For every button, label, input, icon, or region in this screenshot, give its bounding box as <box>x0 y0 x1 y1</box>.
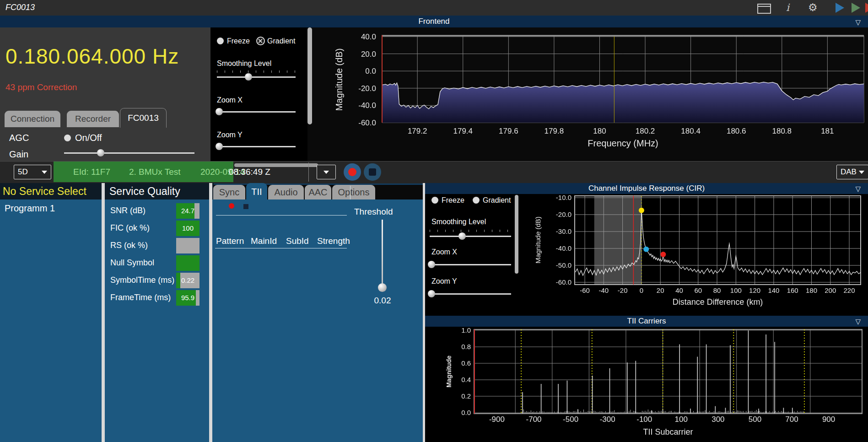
tii-square-icon[interactable] <box>243 204 248 209</box>
frontend-header-title: Frontend <box>418 17 449 26</box>
agc-onoff-label: On/Off <box>75 133 102 143</box>
cir-smoothing-slider[interactable] <box>430 232 511 240</box>
cir-zoomy-label: Zoom Y <box>431 277 457 286</box>
frontend-spectrum-plot <box>316 27 868 161</box>
rs-bar <box>176 238 199 253</box>
cir-zoomx-slider[interactable] <box>430 261 511 268</box>
cir-header-title: Channel Impulse Response (CIR) <box>588 184 705 193</box>
frontend-vertical-scrollbar[interactable] <box>307 27 312 124</box>
expert-view-icon[interactable] <box>757 4 771 14</box>
gain-slider[interactable] <box>64 149 194 156</box>
tab-options[interactable]: Options <box>332 185 375 199</box>
agc-radio[interactable] <box>64 135 71 141</box>
gain-label: Gain <box>9 149 28 160</box>
freeze-radio[interactable] <box>217 38 224 44</box>
info-icon[interactable]: i <box>786 2 789 13</box>
record-options-dropdown[interactable] <box>317 165 336 179</box>
chevron-down-icon <box>42 171 47 174</box>
ensemble-name-label: 2. BMUx Test <box>129 167 181 177</box>
channel-select[interactable]: 5D <box>14 165 51 179</box>
frontend-section-header: Frontend ▽ <box>0 16 868 27</box>
tii-carriers-plot <box>425 327 868 442</box>
panel-divider[interactable] <box>209 183 212 442</box>
frontend-panel: 0.180.064.000 Hz 43 ppm Correction Conne… <box>0 27 210 161</box>
column-header-rule <box>215 248 347 248</box>
stop-red-icon[interactable] <box>865 3 868 13</box>
panel-divider[interactable] <box>102 183 105 442</box>
freeze-label: Freeze <box>227 37 250 45</box>
window-title: FC0013 <box>5 3 35 12</box>
application-window: FC0013 i ⚙ Frontend ▽ 0.180.064.000 Hz 4… <box>0 0 868 442</box>
cir-gradient-radio[interactable] <box>473 197 480 204</box>
threshold-separator-line <box>350 186 350 199</box>
column-header-subid: SubId <box>286 236 309 246</box>
cir-vertical-scrollbar[interactable] <box>515 195 518 274</box>
threshold-slider-handle[interactable] <box>378 283 387 292</box>
zoomx-slider[interactable] <box>217 108 296 115</box>
tab-sync[interactable]: Sync <box>213 185 245 199</box>
threshold-value: 0.02 <box>370 296 395 306</box>
record-button[interactable] <box>344 163 361 181</box>
cir-plot <box>527 194 868 316</box>
frontend-plot-controls: Freeze Gradient Smoothing Level Zoom X Z… <box>210 27 307 161</box>
ensemble-id-label: EId: 11F7 <box>73 167 110 177</box>
service-list-header: No Service Select <box>0 183 104 199</box>
chevron-down-icon <box>859 171 864 174</box>
agc-label: AGC <box>9 133 29 143</box>
list-item-service[interactable]: Programm 1 <box>5 203 55 214</box>
tii-carriers-title: TII Carriers <box>627 317 666 325</box>
cir-section-header: Channel Impulse Response (CIR) ▽ <box>425 183 868 194</box>
zoomy-label: Zoom Y <box>217 131 243 139</box>
fic-bar: 100 <box>176 221 199 236</box>
gear-icon[interactable]: ⚙ <box>808 1 818 14</box>
play-blue-icon[interactable] <box>836 3 844 13</box>
cir-collapse-icon[interactable]: ▽ <box>855 183 861 194</box>
cir-zoomx-label: Zoom X <box>431 248 457 256</box>
record-icon <box>348 168 356 176</box>
frametime-bar: 95.9 <box>176 290 199 306</box>
column-header-strength: Strength <box>317 236 350 246</box>
tii-carriers-collapse-icon[interactable]: ▽ <box>855 316 861 327</box>
cir-smoothing-ticks <box>430 230 511 232</box>
chevron-down-icon <box>323 171 329 174</box>
cir-zone: Freeze Gradient Smoothing Level Zoom X Z… <box>425 194 868 316</box>
time-label: 08:36:49 Z <box>229 167 270 177</box>
cir-gradient-label: Gradient <box>483 196 511 205</box>
service-quality-header: Service Quality <box>105 183 214 199</box>
cir-freeze-radio[interactable] <box>431 197 438 204</box>
column-header-mainid: MainId <box>251 236 277 246</box>
play-green-icon[interactable] <box>852 3 860 13</box>
gradient-checkbox-checked[interactable] <box>256 37 265 45</box>
cir-smoothing-label: Smoothing Level <box>431 218 486 226</box>
detail-tab-bar: Sync TII Audio AAC Options <box>212 183 423 199</box>
threshold-slider[interactable] <box>378 220 387 286</box>
smoothing-label: Smoothing Level <box>217 59 271 68</box>
tab-aac[interactable]: AAC <box>305 185 331 199</box>
null-symbol-bar <box>176 255 199 271</box>
tii-tab-panel: Threshold Pattern MainId SubId Strength … <box>212 199 423 442</box>
threshold-label: Threshold <box>354 207 393 217</box>
tii-red-dot-icon[interactable] <box>229 203 234 209</box>
toolbar: 5D EId: 11F7 2. BMUx Test 2020-09-14 08:… <box>0 161 868 185</box>
tab-fc0013[interactable]: FC0013 <box>120 108 167 128</box>
frequency-display: 0.180.064.000 Hz <box>5 44 179 69</box>
zoomx-label: Zoom X <box>217 96 243 104</box>
tab-recorder[interactable]: Recorder <box>67 111 119 127</box>
mode-select[interactable]: DAB <box>836 165 868 179</box>
tii-carriers-header: TII Carriers ▽ <box>425 316 868 327</box>
tii-top-rule <box>216 215 347 216</box>
gradient-label: Gradient <box>267 37 295 45</box>
h-scrollbar-thumb[interactable] <box>234 163 318 167</box>
stop-button[interactable] <box>364 163 381 181</box>
tab-audio[interactable]: Audio <box>268 185 304 199</box>
tab-tii[interactable]: TII <box>246 183 267 199</box>
symboltime-bar: 0.22 <box>176 273 199 288</box>
tab-connection[interactable]: Connection <box>5 111 60 127</box>
stop-icon <box>369 168 376 176</box>
smoothing-slider[interactable] <box>217 73 296 81</box>
zoomy-slider[interactable] <box>217 143 296 150</box>
cir-zoomy-slider[interactable] <box>430 290 511 297</box>
service-list: Programm 1 <box>0 199 102 442</box>
service-quality-panel: SNR (dB) 24.7 FIC (ok %) 100 RS (ok %) N… <box>105 199 209 442</box>
title-bar: FC0013 i ⚙ <box>0 0 868 16</box>
